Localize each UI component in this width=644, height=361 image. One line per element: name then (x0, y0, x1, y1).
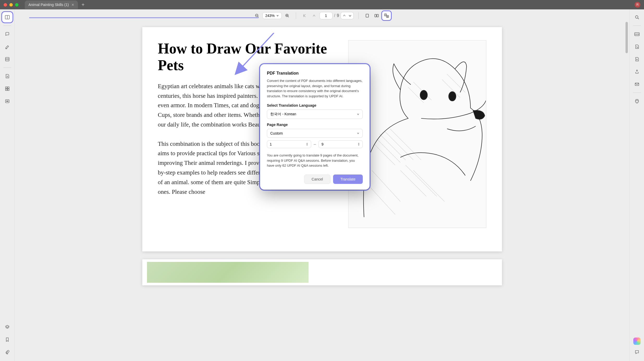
share-button[interactable] (632, 67, 642, 77)
traffic-lights (4, 3, 19, 7)
svg-rect-3 (8, 87, 9, 88)
language-select[interactable]: 한국어 - Korean (267, 110, 363, 119)
svg-point-17 (449, 92, 456, 101)
svg-rect-12 (377, 14, 378, 17)
zoom-in-button[interactable] (283, 12, 291, 20)
prev-page-button[interactable] (310, 12, 318, 20)
svg-rect-2 (5, 87, 7, 88)
translate-confirm-button[interactable]: Translate (333, 175, 363, 184)
attachment-button[interactable] (2, 347, 13, 357)
search-button[interactable] (632, 12, 642, 22)
zoom-select[interactable]: 243% (262, 12, 282, 19)
stepper-down-icon[interactable]: ▼ (358, 144, 360, 146)
two-page-button[interactable] (373, 12, 381, 20)
toolbar-divider (358, 12, 359, 19)
close-tab-icon[interactable]: ✕ (71, 3, 74, 7)
reader-mode-button[interactable] (2, 12, 13, 22)
pdf-page-next (142, 259, 502, 285)
sidebar-separator (3, 68, 11, 68)
maximize-window[interactable] (15, 3, 19, 7)
sidebar-separator (633, 93, 641, 93)
redact-tool-button[interactable] (2, 96, 13, 106)
cancel-button[interactable]: Cancel (304, 175, 331, 184)
organize-tool-button[interactable] (2, 83, 13, 94)
ai-assistant-button[interactable] (633, 338, 641, 345)
session-note: You are currently going to translate 9 p… (267, 153, 363, 168)
svg-rect-4 (5, 89, 7, 91)
document-tab[interactable]: Animal Painting Skills (1) ✕ (25, 1, 78, 9)
bookmark-button[interactable] (2, 334, 13, 345)
comment-tool-button[interactable] (2, 29, 13, 39)
tab-title: Animal Painting Skills (1) (28, 3, 69, 7)
page-separator: / (334, 13, 335, 18)
export-button[interactable] (632, 54, 642, 64)
page-nav-compact (341, 12, 354, 19)
range-value: Custom (270, 131, 283, 135)
chevron-down-icon[interactable] (348, 14, 352, 17)
form-tool-button[interactable] (2, 71, 13, 81)
range-label: Page Range (267, 123, 363, 127)
window-titlebar: Animal Painting Skills (1) ✕ + R (0, 0, 644, 9)
single-page-button[interactable] (363, 12, 371, 20)
dialog-title: PDF Translation (267, 71, 363, 76)
layers-button[interactable] (2, 322, 13, 332)
sidebar-separator (3, 26, 11, 26)
range-select[interactable]: Custom (267, 129, 363, 138)
range-to-input[interactable]: 9 ▲▼ (318, 140, 363, 148)
print-button[interactable] (632, 96, 642, 106)
zoom-value: 243% (265, 14, 275, 18)
scrollbar-track[interactable] (625, 22, 628, 360)
svg-rect-11 (375, 14, 376, 17)
svg-rect-7 (6, 101, 8, 102)
chevron-up-icon[interactable] (342, 14, 346, 17)
svg-point-18 (635, 16, 638, 18)
close-window[interactable] (4, 3, 7, 7)
page-tool-button[interactable] (2, 54, 13, 64)
stepper-down-icon[interactable]: ▼ (306, 144, 308, 146)
svg-rect-10 (366, 14, 369, 17)
range-from-value: 1 (270, 142, 272, 146)
ocr-button[interactable]: OCR (632, 29, 642, 39)
minimize-window[interactable] (9, 3, 13, 7)
svg-rect-5 (8, 89, 9, 91)
scrollbar-thumb[interactable] (625, 22, 628, 53)
svg-rect-1 (5, 57, 9, 61)
language-value: 한국어 - Korean (270, 112, 296, 117)
left-sidebar (0, 9, 15, 361)
chat-button[interactable] (632, 347, 642, 357)
zoom-out-button[interactable] (253, 12, 261, 20)
new-tab-button[interactable]: + (82, 2, 85, 8)
sidebar-separator (633, 26, 641, 26)
right-sidebar: OCR (629, 9, 644, 361)
translate-dialog: PDF Translation Convert the content of P… (260, 64, 370, 190)
dialog-description: Convert the content of PDF documents int… (267, 78, 363, 99)
email-button[interactable] (632, 79, 642, 89)
translate-button[interactable] (382, 11, 391, 20)
range-dash: – (314, 142, 316, 147)
first-page-button[interactable] (301, 12, 309, 20)
toolbar-divider (296, 12, 296, 19)
chevron-down-icon (276, 14, 279, 17)
convert-button[interactable] (632, 41, 642, 52)
page-total: 9 (337, 13, 339, 18)
chevron-down-icon (357, 113, 359, 116)
range-from-input[interactable]: 1 ▲▼ (267, 140, 311, 148)
edit-tool-button[interactable] (2, 41, 13, 52)
page-indicator: / 9 (320, 12, 339, 19)
main-canvas: 243% / (15, 9, 629, 361)
chevron-down-icon (357, 132, 359, 135)
language-label: Select Translation Language (267, 103, 363, 107)
page-thumbnail (147, 262, 309, 283)
user-avatar[interactable]: R (635, 2, 640, 8)
page-current-input[interactable] (320, 12, 333, 19)
range-to-value: 9 (321, 142, 323, 146)
svg-rect-21 (635, 83, 639, 86)
svg-text:OCR: OCR (635, 33, 639, 35)
top-toolbar: 243% / (15, 9, 629, 22)
